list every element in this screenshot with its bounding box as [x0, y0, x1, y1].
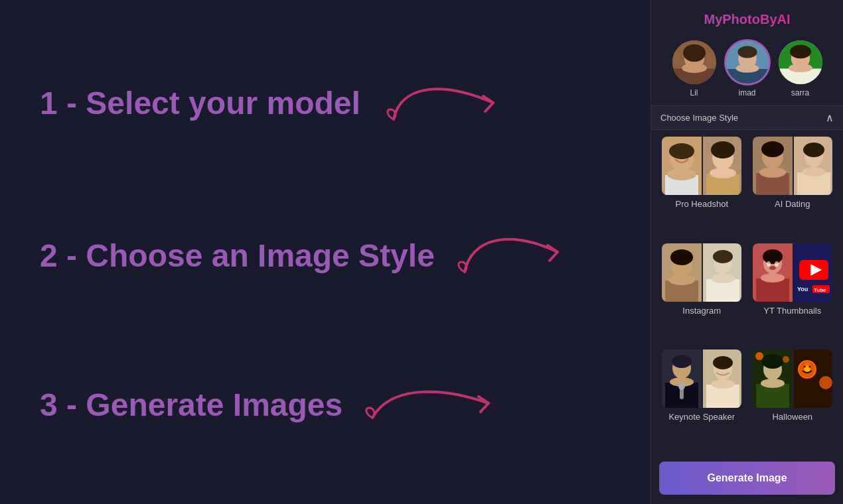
svg-point-38	[668, 275, 695, 285]
svg-point-75	[762, 354, 783, 369]
yt-left-img	[753, 243, 793, 302]
style-ai-dating-label: AI Dating	[775, 199, 810, 209]
svg-point-23	[710, 168, 736, 178]
svg-point-74	[761, 379, 785, 388]
svg-point-51	[775, 261, 779, 267]
svg-point-39	[670, 249, 693, 265]
style-keynote-speaker[interactable]: Keynote Speaker	[659, 349, 745, 448]
step-3-text: 3 - Generate Images	[40, 387, 343, 423]
avatar-lil-label: Lil	[690, 88, 698, 97]
style-instagram-left	[662, 243, 702, 302]
svg-point-50	[767, 261, 771, 267]
style-pro-headshot-left	[662, 137, 702, 195]
avatar-sarra-svg	[779, 39, 822, 86]
avatar-sarra[interactable]: sarra	[777, 39, 824, 97]
svg-point-77	[783, 356, 789, 363]
keynote-left-img	[662, 349, 702, 408]
style-instagram-thumb	[662, 243, 741, 302]
step-3-arrow-icon	[356, 378, 522, 431]
style-halloween-right	[794, 349, 832, 408]
style-instagram[interactable]: Instagram	[659, 243, 745, 342]
style-pro-headshot-label: Pro Headshot	[676, 199, 729, 209]
style-yt-thumbnails-label: YT Thumbnails	[763, 306, 821, 316]
svg-point-4	[682, 63, 707, 73]
style-keynote-left	[662, 349, 702, 408]
style-ai-dating-thumb	[753, 137, 832, 195]
step-2-row: 2 - Choose an Image Style	[40, 225, 611, 285]
svg-point-9	[735, 64, 759, 73]
svg-point-65	[678, 382, 685, 390]
style-instagram-right	[703, 243, 741, 302]
style-ai-dating-right	[794, 137, 832, 195]
instagram-left-img	[662, 243, 702, 302]
svg-point-19	[669, 143, 694, 159]
style-keynote-right	[703, 349, 741, 408]
style-halloween[interactable]: Halloween	[750, 349, 836, 448]
avatar-imad-circle	[724, 39, 771, 86]
keynote-right-img	[703, 349, 741, 408]
chevron-up-icon: ∧	[826, 111, 834, 124]
style-yt-thumbnails-thumb: You Tube	[753, 243, 832, 302]
avatar-lil[interactable]: Lil	[671, 39, 718, 97]
avatar-sarra-circle	[777, 39, 824, 86]
style-header[interactable]: Choose Image Style ∧	[651, 105, 843, 130]
svg-point-69	[711, 379, 735, 389]
style-ai-dating[interactable]: AI Dating	[750, 137, 836, 235]
step-2-text: 2 - Choose an Image Style	[40, 237, 435, 274]
style-yt-right: You Tube	[794, 243, 832, 302]
svg-point-43	[711, 274, 735, 283]
svg-point-52	[769, 266, 776, 270]
style-halloween-thumb	[753, 349, 832, 408]
style-header-label: Choose Image Style	[660, 113, 738, 123]
svg-text:Tube: Tube	[814, 287, 826, 293]
halloween-left-img	[753, 349, 793, 408]
svg-point-48	[761, 273, 785, 283]
halloween-right-img	[794, 349, 832, 408]
step-1-arrow-icon	[374, 73, 560, 133]
style-yt-left	[753, 243, 793, 302]
svg-point-70	[713, 356, 733, 369]
style-keynote-label: Keynote Speaker	[668, 412, 735, 422]
step-1-arrow-container	[374, 73, 560, 133]
svg-point-12	[789, 45, 810, 59]
left-panel: 1 - Select your model 2 - Choose an Imag…	[0, 0, 651, 504]
style-pro-headshot-thumb	[662, 137, 741, 195]
right-panel: MyPhotoByAI Lil	[651, 0, 843, 504]
svg-point-49	[763, 249, 783, 264]
step-3-row: 3 - Generate Images	[40, 378, 611, 431]
step-2-arrow-container	[448, 225, 594, 285]
avatar-lil-svg	[672, 39, 716, 86]
svg-point-29	[761, 141, 784, 157]
svg-point-63	[672, 355, 692, 368]
pro-headshot-left-img	[662, 137, 702, 195]
step-1-row: 1 - Select your model	[40, 73, 611, 133]
svg-point-24	[711, 141, 735, 158]
avatar-lil-circle	[671, 39, 718, 86]
avatar-imad-label: imad	[738, 88, 755, 97]
svg-point-85	[819, 376, 832, 389]
style-yt-thumbnails[interactable]: You Tube YT Thumbnails	[750, 243, 836, 342]
style-halloween-label: Halloween	[772, 412, 812, 422]
svg-point-7	[737, 46, 757, 58]
svg-point-44	[713, 250, 733, 263]
svg-point-34	[803, 143, 824, 157]
yt-right-img: You Tube	[794, 243, 832, 302]
pro-headshot-right-img	[703, 137, 741, 195]
style-pro-headshot-right	[703, 137, 741, 195]
style-ai-dating-left	[753, 137, 793, 195]
style-halloween-left	[753, 349, 793, 408]
svg-point-14	[789, 64, 812, 72]
step-3-arrow-container	[356, 378, 522, 431]
step-2-arrow-icon	[448, 225, 594, 285]
avatar-imad[interactable]: imad	[724, 39, 771, 97]
ai-dating-right-img	[794, 137, 832, 195]
style-grid: Pro Headshot	[651, 130, 843, 455]
style-keynote-thumb	[662, 349, 741, 408]
svg-point-33	[802, 167, 826, 176]
svg-point-2	[683, 44, 706, 62]
svg-text:You: You	[797, 286, 808, 292]
ai-dating-left-img	[753, 137, 793, 195]
style-pro-headshot[interactable]: Pro Headshot	[659, 137, 745, 235]
generate-button[interactable]: Generate Image	[659, 462, 835, 495]
style-instagram-label: Instagram	[682, 306, 721, 316]
